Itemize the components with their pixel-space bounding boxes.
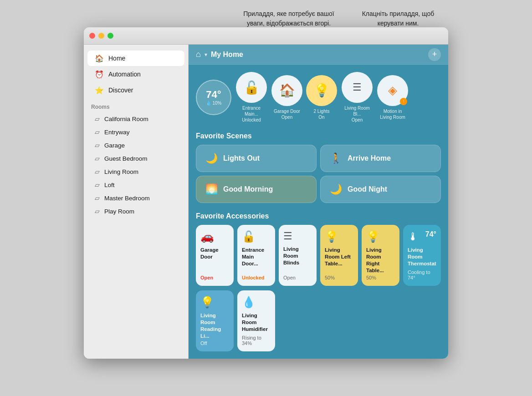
room-icon: ▱ xyxy=(95,115,100,122)
entrance-door-acc-status: Unlocked xyxy=(242,275,271,280)
room-label: Garage xyxy=(104,142,125,149)
status-blinds[interactable]: ☰ Living Room Bl...Open xyxy=(341,72,373,123)
room-label: Guest Bedroom xyxy=(104,155,148,162)
blinds-acc-status: Open xyxy=(283,275,312,280)
temp-humidity: 💧 10% xyxy=(206,101,222,106)
accessory-garage-door[interactable]: 🚗 Garage Door Open xyxy=(196,225,234,286)
room-living-room[interactable]: ▱ Living Room xyxy=(87,165,184,178)
temperature-status[interactable]: 74° 💧 10% xyxy=(196,80,231,115)
humidifier-status: Rising to 34% xyxy=(242,335,271,346)
room-entryway[interactable]: ▱ Entryway xyxy=(87,126,184,138)
scene-lights-out[interactable]: 🌙 Lights Out xyxy=(196,145,317,172)
main-title: My Home xyxy=(211,51,243,59)
status-garage-door[interactable]: 🏠 Garage DoorOpen xyxy=(271,75,302,120)
left-table-acc-status: 50% xyxy=(325,275,353,280)
room-icon: ▱ xyxy=(95,128,100,136)
reading-light-icon: 💡 xyxy=(200,296,229,309)
accessories-row1: 🚗 Garage Door Open 🔓 Entrance Main Door.… xyxy=(196,225,441,286)
room-icon: ▱ xyxy=(95,194,100,202)
chevron-down-icon: ▾ xyxy=(205,51,207,58)
blinds-label: Living Room Bl...Open xyxy=(341,105,373,123)
nav-label-discover: Discover xyxy=(108,86,133,94)
main-title-area: ⌂ ▾ My Home xyxy=(196,50,428,59)
entrance-door-label: Entrance Main...Unlocked xyxy=(235,105,268,123)
good-morning-icon: 🌅 xyxy=(205,183,218,195)
close-button[interactable] xyxy=(89,33,95,39)
room-play-room[interactable]: ▱ Play Room xyxy=(87,205,184,218)
thermostat-acc-icon: 🌡 xyxy=(408,230,419,243)
humidifier-icon: 💧 xyxy=(242,296,271,309)
garage-door-acc-status: Open xyxy=(200,275,229,280)
annotation-right: Клацніть приладдя, щоб керувати ним. xyxy=(362,9,435,28)
room-loft[interactable]: ▱ Loft xyxy=(87,178,184,191)
accessory-entrance-door[interactable]: 🔓 Entrance Main Door... Unlocked xyxy=(237,225,275,286)
add-button[interactable]: + xyxy=(428,48,441,61)
reading-light-name: Living Room Reading Li... xyxy=(200,312,229,340)
arrive-home-icon: 🚶 xyxy=(330,152,342,164)
room-garage[interactable]: ▱ Garage xyxy=(87,139,184,152)
room-icon: ▱ xyxy=(95,142,100,149)
room-label: Play Room xyxy=(104,208,134,215)
room-icon: ▱ xyxy=(95,181,100,188)
home-icon: 🏠 xyxy=(95,54,104,63)
room-label: Entryway xyxy=(104,129,130,136)
good-night-icon: 🌙 xyxy=(330,183,342,195)
traffic-lights xyxy=(89,33,113,39)
arrive-home-label: Arrive Home xyxy=(348,154,391,162)
accessory-reading-light[interactable]: 💡 Living Room Reading Li... Off xyxy=(196,290,234,351)
accessory-blinds[interactable]: ☰ Living Room Blinds Open xyxy=(279,225,317,286)
main-content: ⌂ ▾ My Home + 74° 💧 10% xyxy=(189,45,448,359)
sidebar-item-home[interactable]: 🏠 Home xyxy=(87,51,184,66)
room-california-room[interactable]: ▱ California Room xyxy=(87,112,184,125)
titlebar xyxy=(84,27,448,45)
room-label: Loft xyxy=(104,182,115,188)
blinds-icon: ☰ xyxy=(353,81,362,93)
sidebar-item-automation[interactable]: ⏰ Automation xyxy=(87,66,184,82)
nav-label-automation: Automation xyxy=(108,71,141,78)
room-icon: ▱ xyxy=(95,155,100,162)
room-master-bedroom[interactable]: ▱ Master Bedroom xyxy=(87,192,184,204)
garage-door-circle: 🏠 xyxy=(271,75,302,106)
blinds-circle: ☰ xyxy=(342,72,373,103)
minimize-button[interactable] xyxy=(98,33,104,39)
accessory-left-table[interactable]: 💡 Living Room Left Table... 50% xyxy=(320,225,358,286)
accessory-humidifier[interactable]: 💧 Living Room Humidifier Rising to 34% xyxy=(237,290,275,351)
sidebar-item-discover[interactable]: ⭐ Discover xyxy=(87,82,184,98)
room-icon: ▱ xyxy=(95,168,100,175)
motion-label: Motion inLiving Room xyxy=(380,108,405,120)
thermostat-acc-status: Cooling to 74° xyxy=(408,269,436,280)
annotation-left: Приладдя, яке потребує вашої уваги, відо… xyxy=(243,9,334,28)
scene-good-morning[interactable]: 🌅 Good Morning xyxy=(196,176,317,203)
status-motion[interactable]: ◈ ! Motion inLiving Room xyxy=(377,75,408,120)
reading-light-status: Off xyxy=(200,340,229,346)
scene-good-night[interactable]: 🌙 Good Night xyxy=(320,176,441,203)
scene-arrive-home[interactable]: 🚶 Arrive Home xyxy=(320,145,441,172)
entrance-door-acc-icon: 🔓 xyxy=(242,230,271,243)
entrance-door-acc-name: Entrance Main Door... xyxy=(242,247,271,274)
garage-door-label: Garage DoorOpen xyxy=(274,108,300,120)
motion-circle: ◈ ! xyxy=(377,75,408,106)
good-night-label: Good Night xyxy=(348,185,387,193)
left-table-acc-icon: 💡 xyxy=(325,230,353,243)
right-table-acc-name: Living Room Right Table... xyxy=(366,247,395,274)
status-entrance-door[interactable]: 🔓 Entrance Main...Unlocked xyxy=(235,72,268,123)
maximize-button[interactable] xyxy=(107,33,113,39)
room-icon: ▱ xyxy=(95,208,100,215)
scenes-section-title: Favorite Scenes xyxy=(196,132,441,140)
accessory-thermostat[interactable]: 🌡 74° Living Room Thermostat Cooling to … xyxy=(403,225,441,286)
room-guest-bedroom[interactable]: ▱ Guest Bedroom xyxy=(87,152,184,165)
rooms-section-header: Rooms xyxy=(84,98,188,112)
lights-out-label: Lights Out xyxy=(223,154,260,162)
garage-door-acc-name: Garage Door xyxy=(200,247,229,274)
status-lights[interactable]: 💡 2 LightsOn xyxy=(306,75,337,120)
garage-icon: 🏠 xyxy=(279,83,295,98)
temp-value: 74° xyxy=(206,89,221,101)
accessory-right-table[interactable]: 💡 Living Room Right Table... 50% xyxy=(362,225,399,286)
left-table-acc-name: Living Room Left Table... xyxy=(325,247,353,274)
right-table-acc-status: 50% xyxy=(366,275,395,280)
app-window: 🏠 Home ⏰ Automation ⭐ Discover Rooms ▱ C… xyxy=(84,27,448,359)
star-icon: ⭐ xyxy=(95,86,104,95)
blinds-acc-icon: ☰ xyxy=(283,230,312,242)
nav-label-home: Home xyxy=(108,55,125,62)
room-label: Master Bedroom xyxy=(104,195,150,202)
